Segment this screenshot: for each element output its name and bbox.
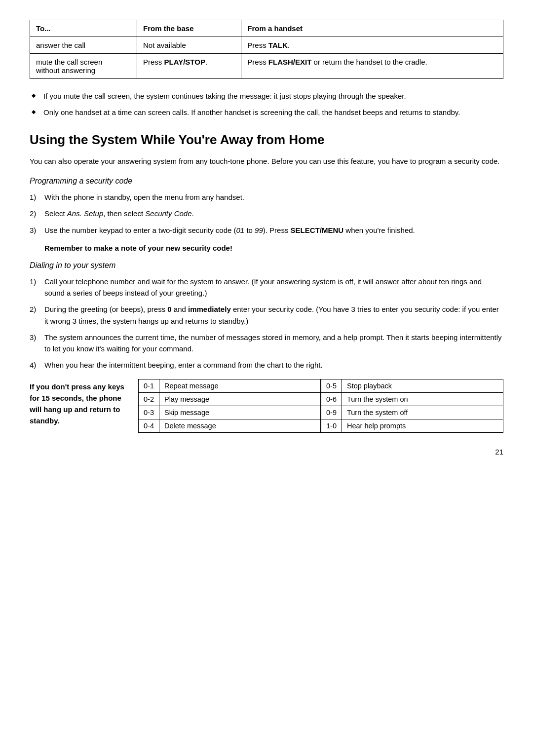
sub2-step-2: 2) During the greeting (or beeps), press… [30,303,503,327]
sub1-steps: 1) With the phone in standby, open the m… [30,191,503,236]
step-num-1: 1) [30,191,36,203]
table-cell-to-2: mute the call screenwithout answering [30,54,137,79]
sub1-step-3: 3) Use the number keypad to enter a two-… [30,225,503,236]
cmd-action: Delete message [159,419,320,432]
sub1-note: Remember to make a note of your new secu… [44,244,503,252]
step-num-3: 3) [30,332,36,343]
bold-zero: 0 [167,305,171,313]
cmd-code: 0-1 [139,379,159,392]
table-cell-handset-1: Press TALK. [241,37,503,54]
command-table-left: 0-1Repeat message0-2Play message0-3Skip … [138,379,321,433]
table-cell-base-2: Press PLAY/STOP. [137,54,241,79]
step-num-2: 2) [30,303,36,315]
bullet-item-2: Only one handset at a time can screen ca… [30,107,503,118]
cmd-row: 0-6Turn the system on [321,392,503,406]
bold-flashexit: FLASH/EXIT [268,58,312,66]
bold-playstop: PLAY/STOP [164,58,205,66]
sub2-step-3: 3) The system announces the current time… [30,332,503,355]
sub1-step-3-text: Use the number keypad to enter a two-dig… [44,226,415,234]
cmd-action: Hear help prompts [342,419,503,432]
step-num-4: 4) [30,359,36,371]
italic-ans-setup: Ans. Setup [67,209,103,218]
cmd-action: Stop playback [342,379,503,392]
sub2-steps: 1) Call your telephone number and wait f… [30,276,503,371]
table-cell-handset-2: Press FLASH/EXIT or return the handset t… [241,54,503,79]
page-number: 21 [30,448,503,456]
bullet-list: If you mute the call screen, the system … [30,91,503,118]
cmd-row: 0-4Delete message [139,419,321,432]
italic-01: 01 [236,226,245,234]
table-row: mute the call screenwithout answering Pr… [30,54,503,79]
cmd-action: Play message [159,392,320,406]
sub2-step-4: 4) When you hear the intermittent beepin… [30,359,503,371]
cmd-code: 0-2 [139,392,159,406]
italic-security-code: Security Code [145,209,191,218]
table-header-to: To... [30,20,137,37]
table-cell-base-1: Not available [137,37,241,54]
section-intro: You can also operate your answering syst… [30,155,503,167]
sub1-step-1-text: With the phone in standby, open the menu… [44,193,244,201]
bold-talk: TALK [268,41,288,49]
cmd-action: Repeat message [159,379,320,392]
section-heading: Using the System While You're Away from … [30,132,503,149]
italic-99: 99 [255,226,263,234]
step-num-3: 3) [30,225,36,236]
bottom-section: If you don't press any keys for 15 secon… [30,379,503,433]
cmd-action: Skip message [159,406,320,419]
sub2-step-3-text: The system announces the current time, t… [44,333,502,353]
sub2-step-2-text: During the greeting (or beeps), press 0 … [44,305,499,325]
table-header-from-base: From the base [137,20,241,37]
sub1-step-2-text: Select Ans. Setup, then select Security … [44,209,194,218]
table-row: answer the call Not available Press TALK… [30,37,503,54]
cmd-code: 0-6 [321,392,342,406]
cmd-action: Turn the system off [342,406,503,419]
cmd-row: 0-2Play message [139,392,321,406]
sub1-step-1: 1) With the phone in standby, open the m… [30,191,503,203]
call-screen-table: To... From the base From a handset answe… [30,20,503,79]
sub2-step-1-text: Call your telephone number and wait for … [44,277,482,297]
cmd-row: 0-5Stop playback [321,379,503,392]
cmd-code: 0-3 [139,406,159,419]
table-cell-to-1: answer the call [30,37,137,54]
cmd-row: 0-1Repeat message [139,379,321,392]
smallcaps-selectmenu: SELECT/MENU [291,226,344,234]
cmd-row: 0-9Turn the system off [321,406,503,419]
sub2-step-1: 1) Call your telephone number and wait f… [30,276,503,299]
bold-immediately: immediately [188,305,231,313]
sub2-heading: Dialing in to your system [30,261,503,270]
command-tables: 0-1Repeat message0-2Play message0-3Skip … [138,379,503,433]
cmd-row: 0-3Skip message [139,406,321,419]
bullet-item-1: If you mute the call screen, the system … [30,91,503,102]
sub2-step-4-text: When you hear the intermittent beeping, … [44,361,323,369]
sub1-heading: Programming a security code [30,177,503,186]
cmd-action: Turn the system on [342,392,503,406]
sub1-step-2: 2) Select Ans. Setup, then select Securi… [30,208,503,219]
step-num-2: 2) [30,208,36,219]
cmd-code: 1-0 [321,419,342,432]
table-header-from-handset: From a handset [241,20,503,37]
cmd-code: 0-9 [321,406,342,419]
bottom-left-text: If you don't press any keys for 15 secon… [30,379,128,427]
step-num-1: 1) [30,276,36,287]
cmd-code: 0-5 [321,379,342,392]
command-table-right: 0-5Stop playback0-6Turn the system on0-9… [321,379,503,433]
cmd-row: 1-0Hear help prompts [321,419,503,432]
cmd-code: 0-4 [139,419,159,432]
